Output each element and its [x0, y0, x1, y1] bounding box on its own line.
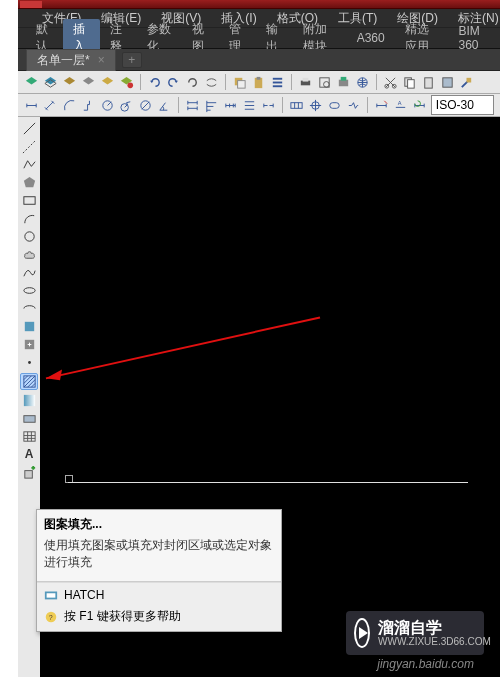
- layer-4-icon[interactable]: [81, 75, 96, 90]
- tolerance-icon[interactable]: [289, 98, 304, 113]
- play-circle-icon: [354, 618, 370, 648]
- block-make-icon[interactable]: [21, 337, 37, 352]
- region-icon[interactable]: [21, 411, 37, 426]
- tooltip-f1: 按 F1 键获得更多帮助: [64, 608, 181, 625]
- svg-rect-46: [23, 432, 34, 441]
- svg-rect-12: [273, 77, 282, 79]
- svg-rect-14: [273, 85, 282, 87]
- dim-diameter-icon[interactable]: [138, 98, 153, 113]
- continue-icon[interactable]: [223, 98, 238, 113]
- dim-angular-icon[interactable]: [157, 98, 172, 113]
- layer-1-icon[interactable]: [24, 75, 39, 90]
- svg-rect-45: [23, 416, 34, 423]
- svg-rect-25: [408, 79, 415, 87]
- file-new-tab[interactable]: +: [122, 52, 142, 68]
- copy-icon[interactable]: [232, 75, 247, 90]
- paste-icon[interactable]: [251, 75, 266, 90]
- svg-rect-11: [257, 76, 261, 79]
- svg-marker-36: [23, 177, 34, 187]
- svg-text:?: ?: [49, 613, 53, 620]
- watermark: jingyan.baidu.com: [377, 657, 474, 671]
- preview-icon[interactable]: [317, 75, 332, 90]
- drawn-line: [68, 482, 468, 483]
- svg-marker-3: [64, 76, 75, 84]
- svg-rect-28: [467, 77, 472, 82]
- file-close-icon[interactable]: ×: [98, 53, 105, 67]
- svg-rect-27: [443, 77, 452, 86]
- table-icon[interactable]: [21, 429, 37, 444]
- ellipse-arc-icon[interactable]: [21, 301, 37, 316]
- match-icon[interactable]: [459, 75, 474, 90]
- center-icon[interactable]: [308, 98, 323, 113]
- layer-3-icon[interactable]: [62, 75, 77, 90]
- globe-icon[interactable]: [355, 75, 370, 90]
- circle-icon[interactable]: [21, 229, 37, 244]
- paste2-icon[interactable]: [421, 75, 436, 90]
- tab-a360[interactable]: A360: [347, 29, 395, 47]
- svg-marker-0: [26, 76, 37, 84]
- layer-5-icon[interactable]: [100, 75, 115, 90]
- toolbar-row-1: [18, 71, 500, 94]
- dim-ord-icon[interactable]: [81, 98, 96, 113]
- spline-icon[interactable]: [21, 265, 37, 280]
- point-icon[interactable]: [21, 355, 37, 370]
- line-icon[interactable]: [21, 121, 37, 136]
- print-icon[interactable]: [298, 75, 313, 90]
- file-tab-label: 名单一层*: [37, 52, 90, 69]
- clip-icon[interactable]: [440, 75, 455, 90]
- sync-icon[interactable]: [204, 75, 219, 90]
- dimtedit-icon[interactable]: A: [393, 98, 408, 113]
- hatch-icon[interactable]: [20, 373, 38, 390]
- svg-point-38: [24, 232, 33, 241]
- file-tabs: 名单一层* × +: [18, 49, 500, 71]
- redo-icon[interactable]: [166, 75, 181, 90]
- dim-jog-icon[interactable]: [119, 98, 134, 113]
- jogline-icon[interactable]: [346, 98, 361, 113]
- dim-style-combo[interactable]: ISO-30: [431, 95, 494, 115]
- mtext-icon[interactable]: A: [21, 447, 37, 462]
- block-icon[interactable]: [21, 319, 37, 334]
- svg-rect-16: [303, 77, 309, 81]
- dim-arc-icon[interactable]: [62, 98, 77, 113]
- polyline-icon[interactable]: [21, 157, 37, 172]
- help-icon: ?: [44, 610, 58, 624]
- dim-aligned-icon[interactable]: [43, 98, 58, 113]
- dim-radius-icon[interactable]: [100, 98, 115, 113]
- svg-marker-4: [83, 76, 94, 84]
- quick-dim-icon[interactable]: [185, 98, 200, 113]
- svg-rect-34: [330, 102, 339, 108]
- toolbar-row-2: A ISO-30: [18, 94, 500, 117]
- list-icon[interactable]: [270, 75, 285, 90]
- arc-icon[interactable]: [21, 211, 37, 226]
- inspect-icon[interactable]: [327, 98, 342, 113]
- update-icon[interactable]: [412, 98, 427, 113]
- rectangle-icon[interactable]: [21, 193, 37, 208]
- polygon-icon[interactable]: [21, 175, 37, 190]
- layer-2-icon[interactable]: [43, 75, 58, 90]
- svg-marker-1: [45, 76, 56, 84]
- dimedit-icon[interactable]: [374, 98, 389, 113]
- layer-6-icon[interactable]: [119, 75, 134, 90]
- file-tab-active[interactable]: 名单一层* ×: [26, 49, 116, 71]
- baseline-icon[interactable]: [204, 98, 219, 113]
- ellipse-icon[interactable]: [21, 283, 37, 298]
- svg-rect-40: [24, 322, 33, 331]
- cut-icon[interactable]: [383, 75, 398, 90]
- plot-icon[interactable]: [336, 75, 351, 90]
- svg-marker-5: [102, 76, 113, 84]
- xline-icon[interactable]: [21, 139, 37, 154]
- addselect-icon[interactable]: [21, 465, 37, 480]
- undo-icon[interactable]: [147, 75, 162, 90]
- svg-rect-26: [425, 77, 433, 87]
- refresh-icon[interactable]: [185, 75, 200, 90]
- copy2-icon[interactable]: [402, 75, 417, 90]
- dimspace-icon[interactable]: [242, 98, 257, 113]
- dimbreak-icon[interactable]: [261, 98, 276, 113]
- svg-rect-20: [341, 76, 347, 80]
- dim-linear-icon[interactable]: [24, 98, 39, 113]
- gradient-icon[interactable]: [21, 393, 37, 408]
- revcloud-icon[interactable]: [21, 247, 37, 262]
- svg-rect-13: [273, 81, 282, 83]
- tooltip-cmd: HATCH: [64, 588, 104, 602]
- svg-point-42: [28, 361, 31, 364]
